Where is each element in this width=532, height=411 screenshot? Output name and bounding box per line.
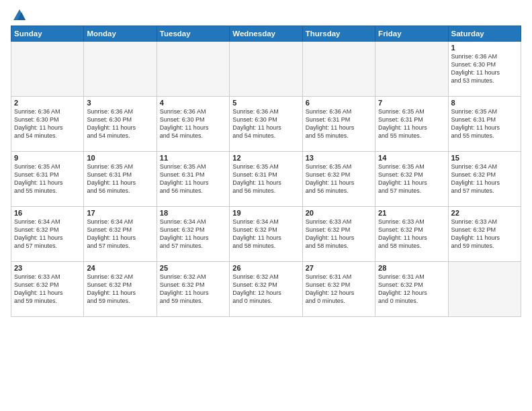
calendar-cell: 17Sunrise: 6:34 AM Sunset: 6:32 PM Dayli… [84,207,157,262]
day-info: Sunrise: 6:32 AM Sunset: 6:32 PM Dayligh… [87,273,153,306]
day-number: 12 [232,154,299,162]
calendar-cell [84,42,157,97]
day-number: 5 [232,99,299,107]
week-row-4: 23Sunrise: 6:33 AM Sunset: 6:32 PM Dayli… [11,262,521,317]
day-info: Sunrise: 6:36 AM Sunset: 6:30 PM Dayligh… [87,107,153,140]
logo-icon [12,8,27,23]
page: SundayMondayTuesdayWednesdayThursdayFrid… [0,0,532,411]
weekday-header-wednesday: Wednesday [230,26,302,42]
calendar-cell: 4Sunrise: 6:36 AM Sunset: 6:30 PM Daylig… [157,97,229,152]
day-number: 23 [14,264,81,272]
calendar-cell: 2Sunrise: 6:36 AM Sunset: 6:30 PM Daylig… [11,97,84,152]
day-info: Sunrise: 6:33 AM Sunset: 6:32 PM Dayligh… [14,273,81,306]
day-info: Sunrise: 6:33 AM Sunset: 6:32 PM Dayligh… [451,218,518,250]
day-info: Sunrise: 6:35 AM Sunset: 6:31 PM Dayligh… [232,163,299,195]
calendar-cell [230,42,302,97]
calendar-cell [302,42,375,97]
day-info: Sunrise: 6:36 AM Sunset: 6:30 PM Dayligh… [451,52,518,85]
calendar-cell: 5Sunrise: 6:36 AM Sunset: 6:30 PM Daylig… [230,97,302,152]
day-number: 15 [451,154,518,162]
calendar-cell: 3Sunrise: 6:36 AM Sunset: 6:30 PM Daylig… [84,97,157,152]
day-number: 18 [160,209,226,217]
calendar-cell: 22Sunrise: 6:33 AM Sunset: 6:32 PM Dayli… [448,207,521,262]
calendar-cell: 11Sunrise: 6:35 AM Sunset: 6:31 PM Dayli… [157,152,229,207]
day-number: 2 [14,99,81,107]
calendar-cell: 1Sunrise: 6:36 AM Sunset: 6:30 PM Daylig… [448,42,521,97]
calendar-cell [448,262,521,317]
calendar-cell: 6Sunrise: 6:36 AM Sunset: 6:31 PM Daylig… [302,97,375,152]
day-number: 27 [306,264,372,272]
calendar-cell: 8Sunrise: 6:35 AM Sunset: 6:31 PM Daylig… [448,97,521,152]
day-info: Sunrise: 6:34 AM Sunset: 6:32 PM Dayligh… [232,218,299,250]
day-info: Sunrise: 6:36 AM Sunset: 6:31 PM Dayligh… [306,107,372,140]
calendar-cell [375,42,448,97]
day-info: Sunrise: 6:33 AM Sunset: 6:32 PM Dayligh… [378,218,445,250]
day-number: 13 [306,154,372,162]
day-info: Sunrise: 6:35 AM Sunset: 6:31 PM Dayligh… [160,163,226,195]
day-number: 4 [160,99,226,107]
day-number: 14 [378,154,445,162]
day-number: 25 [160,264,226,272]
day-number: 3 [87,99,153,107]
day-info: Sunrise: 6:34 AM Sunset: 6:32 PM Dayligh… [451,163,518,195]
calendar-cell: 26Sunrise: 6:32 AM Sunset: 6:32 PM Dayli… [230,262,302,317]
calendar-cell [11,42,84,97]
calendar-cell: 14Sunrise: 6:35 AM Sunset: 6:32 PM Dayli… [375,152,448,207]
weekday-header-tuesday: Tuesday [157,26,229,42]
weekday-header-row: SundayMondayTuesdayWednesdayThursdayFrid… [11,26,521,42]
weekday-header-friday: Friday [375,26,448,42]
day-number: 11 [160,154,226,162]
day-info: Sunrise: 6:35 AM Sunset: 6:32 PM Dayligh… [306,163,372,195]
calendar-cell: 24Sunrise: 6:32 AM Sunset: 6:32 PM Dayli… [84,262,157,317]
calendar: SundayMondayTuesdayWednesdayThursdayFrid… [11,26,521,317]
week-row-0: 1Sunrise: 6:36 AM Sunset: 6:30 PM Daylig… [11,42,521,97]
calendar-cell: 7Sunrise: 6:35 AM Sunset: 6:31 PM Daylig… [375,97,448,152]
day-info: Sunrise: 6:34 AM Sunset: 6:32 PM Dayligh… [14,218,81,250]
calendar-cell: 27Sunrise: 6:31 AM Sunset: 6:32 PM Dayli… [302,262,375,317]
day-number: 1 [451,44,518,52]
calendar-cell: 21Sunrise: 6:33 AM Sunset: 6:32 PM Dayli… [375,207,448,262]
day-number: 7 [378,99,445,107]
day-info: Sunrise: 6:31 AM Sunset: 6:32 PM Dayligh… [378,273,445,306]
weekday-header-sunday: Sunday [11,26,84,42]
day-number: 9 [14,154,81,162]
day-number: 16 [14,209,81,217]
week-row-3: 16Sunrise: 6:34 AM Sunset: 6:32 PM Dayli… [11,207,521,262]
day-number: 24 [87,264,153,272]
calendar-cell [157,42,229,97]
day-number: 21 [378,209,445,217]
calendar-cell: 12Sunrise: 6:35 AM Sunset: 6:31 PM Dayli… [230,152,302,207]
day-info: Sunrise: 6:31 AM Sunset: 6:32 PM Dayligh… [306,273,372,306]
day-info: Sunrise: 6:34 AM Sunset: 6:32 PM Dayligh… [160,218,226,250]
day-number: 19 [232,209,299,217]
calendar-cell: 19Sunrise: 6:34 AM Sunset: 6:32 PM Dayli… [230,207,302,262]
day-info: Sunrise: 6:36 AM Sunset: 6:30 PM Dayligh… [14,107,81,140]
day-number: 22 [451,209,518,217]
calendar-cell: 15Sunrise: 6:34 AM Sunset: 6:32 PM Dayli… [448,152,521,207]
day-info: Sunrise: 6:33 AM Sunset: 6:32 PM Dayligh… [306,218,372,250]
calendar-cell: 10Sunrise: 6:35 AM Sunset: 6:31 PM Dayli… [84,152,157,207]
day-number: 28 [378,264,445,272]
day-info: Sunrise: 6:32 AM Sunset: 6:32 PM Dayligh… [160,273,226,306]
day-number: 8 [451,99,518,107]
calendar-cell: 18Sunrise: 6:34 AM Sunset: 6:32 PM Dayli… [157,207,229,262]
day-number: 6 [306,99,372,107]
day-number: 20 [306,209,372,217]
calendar-cell: 23Sunrise: 6:33 AM Sunset: 6:32 PM Dayli… [11,262,84,317]
day-info: Sunrise: 6:35 AM Sunset: 6:31 PM Dayligh… [451,107,518,140]
logo [11,8,27,20]
day-number: 26 [232,264,299,272]
weekday-header-thursday: Thursday [302,26,375,42]
week-row-2: 9Sunrise: 6:35 AM Sunset: 6:31 PM Daylig… [11,152,521,207]
weekday-header-saturday: Saturday [448,26,521,42]
calendar-cell: 16Sunrise: 6:34 AM Sunset: 6:32 PM Dayli… [11,207,84,262]
day-info: Sunrise: 6:36 AM Sunset: 6:30 PM Dayligh… [232,107,299,140]
day-info: Sunrise: 6:34 AM Sunset: 6:32 PM Dayligh… [87,218,153,250]
day-info: Sunrise: 6:36 AM Sunset: 6:30 PM Dayligh… [160,107,226,140]
calendar-cell: 25Sunrise: 6:32 AM Sunset: 6:32 PM Dayli… [157,262,229,317]
day-info: Sunrise: 6:35 AM Sunset: 6:32 PM Dayligh… [378,163,445,195]
header [11,8,521,20]
week-row-1: 2Sunrise: 6:36 AM Sunset: 6:30 PM Daylig… [11,97,521,152]
day-info: Sunrise: 6:35 AM Sunset: 6:31 PM Dayligh… [87,163,153,195]
day-info: Sunrise: 6:35 AM Sunset: 6:31 PM Dayligh… [14,163,81,195]
